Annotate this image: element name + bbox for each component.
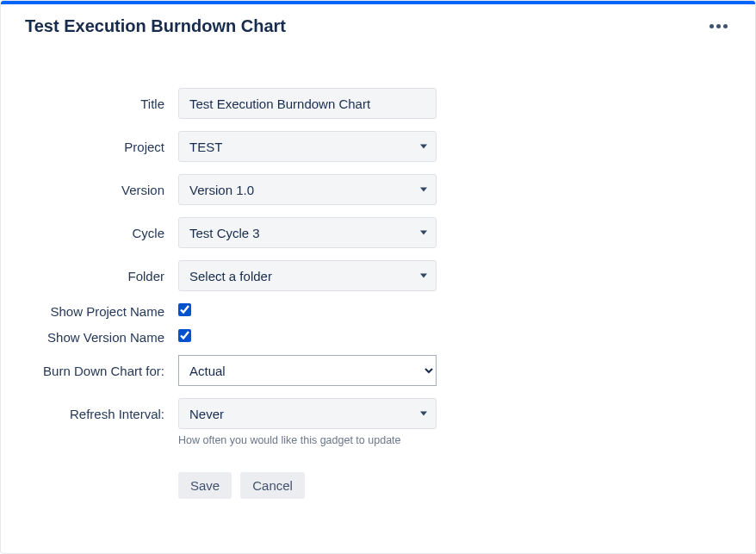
- chevron-down-icon: [420, 412, 427, 416]
- chevron-down-icon: [420, 231, 427, 235]
- show-project-name-label: Show Project Name: [32, 304, 178, 319]
- title-label: Title: [32, 96, 178, 111]
- chevron-down-icon: [420, 188, 427, 192]
- version-label: Version: [32, 183, 178, 197]
- burndown-for-select[interactable]: Actual: [178, 355, 437, 386]
- show-version-name-label: Show Version Name: [32, 330, 178, 345]
- title-input[interactable]: [178, 88, 437, 119]
- refresh-help-text: How often you would like this gadget to …: [178, 434, 437, 446]
- cycle-label: Cycle: [32, 226, 178, 240]
- folder-label: Folder: [32, 269, 178, 283]
- folder-select[interactable]: Select a folder: [178, 260, 437, 291]
- version-select-value: Version 1.0: [189, 183, 254, 197]
- config-form: Title Project TEST Version Version 1.0: [1, 36, 755, 528]
- header: Test Execution Burndown Chart: [1, 4, 755, 36]
- project-select-value: TEST: [189, 140, 222, 154]
- project-select[interactable]: TEST: [178, 131, 437, 162]
- cycle-select[interactable]: Test Cycle 3: [178, 217, 437, 248]
- show-project-name-checkbox[interactable]: [178, 303, 191, 316]
- folder-select-value: Select a folder: [189, 269, 272, 283]
- page-title: Test Execution Burndown Chart: [25, 16, 286, 36]
- more-menu-button[interactable]: [706, 21, 731, 32]
- show-version-name-checkbox[interactable]: [178, 329, 191, 342]
- save-button[interactable]: Save: [178, 472, 232, 499]
- refresh-interval-label: Refresh Interval:: [32, 407, 178, 421]
- cycle-select-value: Test Cycle 3: [189, 226, 260, 240]
- refresh-interval-select[interactable]: Never: [178, 398, 437, 429]
- chevron-down-icon: [420, 145, 427, 149]
- cancel-button[interactable]: Cancel: [240, 472, 305, 499]
- version-select[interactable]: Version 1.0: [178, 174, 437, 205]
- gadget-config-card: Test Execution Burndown Chart Title Proj…: [0, 0, 756, 554]
- burndown-for-label: Burn Down Chart for:: [32, 364, 178, 378]
- refresh-interval-value: Never: [189, 407, 224, 421]
- project-label: Project: [32, 140, 178, 154]
- chevron-down-icon: [420, 274, 427, 278]
